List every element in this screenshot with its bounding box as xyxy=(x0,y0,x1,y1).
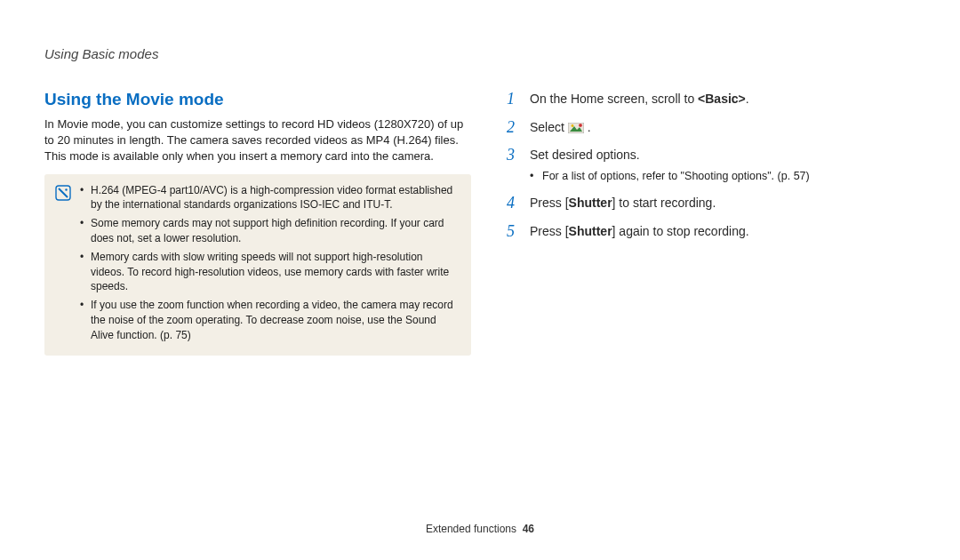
section-title: Using the Movie mode xyxy=(44,90,471,109)
footer-label: Extended functions xyxy=(426,523,516,535)
note-item: If you use the zoom function when record… xyxy=(80,298,459,342)
left-column: Using the Movie mode In Movie mode, you … xyxy=(44,90,471,356)
page-number: 46 xyxy=(523,523,534,535)
step-body: On the Home screen, scroll to <Basic>. xyxy=(530,90,916,108)
note-item: Memory cards with slow writing speeds wi… xyxy=(80,250,459,294)
step-bold: Shutter xyxy=(569,224,612,238)
step-item: 5 Press [Shutter] again to stop recordin… xyxy=(507,222,916,242)
page-footer: Extended functions 46 xyxy=(0,523,960,535)
svg-point-5 xyxy=(571,124,573,127)
note-list: H.264 (MPEG-4 part10/AVC) is a high-comp… xyxy=(80,183,459,347)
intro-text: In Movie mode, you can customize setting… xyxy=(44,116,471,165)
content-columns: Using the Movie mode In Movie mode, you … xyxy=(44,90,916,356)
svg-point-2 xyxy=(65,188,67,190)
movie-mode-icon xyxy=(568,123,584,133)
step-text: Select xyxy=(530,120,568,134)
step-body: Set desired options. For a list of optio… xyxy=(530,146,916,185)
step-text: Press [ xyxy=(530,224,569,238)
step-item: 1 On the Home screen, scroll to <Basic>. xyxy=(507,90,916,109)
step-number: 2 xyxy=(507,118,519,138)
step-text: Set desired options. xyxy=(530,148,640,162)
breadcrumb: Using Basic modes xyxy=(44,46,916,61)
svg-point-6 xyxy=(579,123,583,127)
step-text: . xyxy=(746,92,749,106)
step-text: ] again to stop recording. xyxy=(612,224,749,238)
step-number: 5 xyxy=(507,222,519,242)
step-text: Press [ xyxy=(530,196,569,210)
note-item: Some memory cards may not support high d… xyxy=(80,216,459,246)
step-item: 4 Press [Shutter] to start recording. xyxy=(507,194,916,213)
note-item: H.264 (MPEG-4 part10/AVC) is a high-comp… xyxy=(80,183,459,213)
step-bold: Shutter xyxy=(569,196,612,210)
step-list: 1 On the Home screen, scroll to <Basic>.… xyxy=(507,90,916,241)
step-body: Press [Shutter] again to stop recording. xyxy=(530,222,916,241)
step-number: 1 xyxy=(507,90,519,109)
step-text: On the Home screen, scroll to xyxy=(530,92,698,106)
step-bold: <Basic> xyxy=(698,92,746,106)
right-column: 1 On the Home screen, scroll to <Basic>.… xyxy=(507,90,916,356)
step-text: ] to start recording. xyxy=(612,196,716,210)
step-subnote: For a list of options, refer to "Shootin… xyxy=(530,168,916,185)
note-icon xyxy=(55,185,71,201)
step-body: Select . xyxy=(530,118,916,137)
step-item: 3 Set desired options. For a list of opt… xyxy=(507,146,916,185)
step-number: 4 xyxy=(507,194,519,213)
step-text: . xyxy=(584,120,591,134)
note-box: H.264 (MPEG-4 part10/AVC) is a high-comp… xyxy=(44,174,471,356)
step-item: 2 Select . xyxy=(507,118,916,138)
step-body: Press [Shutter] to start recording. xyxy=(530,194,916,212)
step-number: 3 xyxy=(507,146,519,165)
